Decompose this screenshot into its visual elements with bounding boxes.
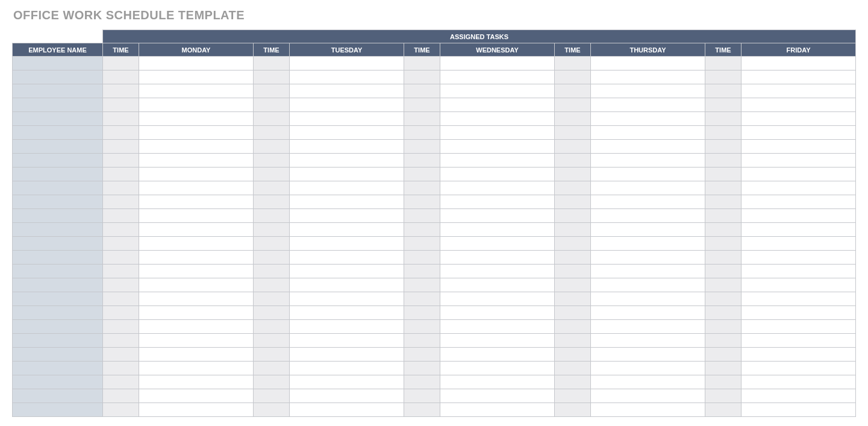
cell-time-mon[interactable] bbox=[103, 334, 139, 348]
cell-time-wed[interactable] bbox=[404, 403, 440, 417]
cell-day-fri[interactable] bbox=[742, 403, 856, 417]
cell-time-wed[interactable] bbox=[404, 389, 440, 403]
cell-day-mon[interactable] bbox=[139, 237, 254, 251]
cell-day-wed[interactable] bbox=[440, 70, 555, 84]
cell-employee[interactable] bbox=[13, 265, 103, 278]
cell-day-tue[interactable] bbox=[290, 140, 404, 154]
cell-time-tue[interactable] bbox=[254, 195, 290, 209]
cell-time-fri[interactable] bbox=[705, 84, 742, 98]
cell-employee[interactable] bbox=[13, 84, 103, 98]
cell-day-tue[interactable] bbox=[290, 251, 404, 265]
cell-time-thu[interactable] bbox=[555, 320, 591, 334]
cell-day-tue[interactable] bbox=[290, 126, 404, 140]
cell-day-mon[interactable] bbox=[139, 320, 254, 334]
cell-time-fri[interactable] bbox=[705, 237, 742, 251]
cell-day-thu[interactable] bbox=[591, 98, 705, 112]
cell-day-wed[interactable] bbox=[440, 168, 555, 181]
cell-day-mon[interactable] bbox=[139, 348, 254, 362]
cell-time-tue[interactable] bbox=[254, 223, 290, 237]
cell-day-tue[interactable] bbox=[290, 265, 404, 278]
cell-day-mon[interactable] bbox=[139, 209, 254, 223]
cell-time-mon[interactable] bbox=[103, 278, 139, 292]
cell-day-mon[interactable] bbox=[139, 375, 254, 389]
cell-day-tue[interactable] bbox=[290, 223, 404, 237]
cell-day-fri[interactable] bbox=[742, 237, 856, 251]
cell-time-mon[interactable] bbox=[103, 306, 139, 320]
cell-day-wed[interactable] bbox=[440, 209, 555, 223]
cell-day-tue[interactable] bbox=[290, 168, 404, 181]
cell-time-tue[interactable] bbox=[254, 112, 290, 126]
cell-day-thu[interactable] bbox=[591, 112, 705, 126]
cell-day-mon[interactable] bbox=[139, 403, 254, 417]
cell-time-thu[interactable] bbox=[555, 223, 591, 237]
cell-time-mon[interactable] bbox=[103, 265, 139, 278]
cell-time-tue[interactable] bbox=[254, 362, 290, 375]
cell-employee[interactable] bbox=[13, 403, 103, 417]
cell-day-tue[interactable] bbox=[290, 292, 404, 306]
cell-day-thu[interactable] bbox=[591, 348, 705, 362]
cell-employee[interactable] bbox=[13, 292, 103, 306]
cell-time-mon[interactable] bbox=[103, 389, 139, 403]
cell-time-mon[interactable] bbox=[103, 251, 139, 265]
cell-day-wed[interactable] bbox=[440, 126, 555, 140]
cell-day-fri[interactable] bbox=[742, 348, 856, 362]
cell-employee[interactable] bbox=[13, 320, 103, 334]
cell-day-wed[interactable] bbox=[440, 306, 555, 320]
cell-day-mon[interactable] bbox=[139, 278, 254, 292]
cell-time-mon[interactable] bbox=[103, 320, 139, 334]
cell-day-thu[interactable] bbox=[591, 237, 705, 251]
cell-time-thu[interactable] bbox=[555, 278, 591, 292]
cell-day-thu[interactable] bbox=[591, 375, 705, 389]
cell-time-mon[interactable] bbox=[103, 98, 139, 112]
cell-day-wed[interactable] bbox=[440, 348, 555, 362]
cell-time-mon[interactable] bbox=[103, 126, 139, 140]
cell-day-thu[interactable] bbox=[591, 140, 705, 154]
cell-day-mon[interactable] bbox=[139, 154, 254, 168]
cell-time-tue[interactable] bbox=[254, 251, 290, 265]
cell-time-tue[interactable] bbox=[254, 181, 290, 195]
cell-day-fri[interactable] bbox=[742, 334, 856, 348]
cell-time-fri[interactable] bbox=[705, 195, 742, 209]
cell-day-wed[interactable] bbox=[440, 237, 555, 251]
cell-day-wed[interactable] bbox=[440, 98, 555, 112]
cell-time-mon[interactable] bbox=[103, 375, 139, 389]
cell-time-mon[interactable] bbox=[103, 237, 139, 251]
cell-time-wed[interactable] bbox=[404, 168, 440, 181]
cell-day-mon[interactable] bbox=[139, 181, 254, 195]
cell-time-fri[interactable] bbox=[705, 320, 742, 334]
cell-time-fri[interactable] bbox=[705, 223, 742, 237]
cell-day-thu[interactable] bbox=[591, 362, 705, 375]
cell-time-thu[interactable] bbox=[555, 181, 591, 195]
cell-day-tue[interactable] bbox=[290, 362, 404, 375]
cell-time-tue[interactable] bbox=[254, 306, 290, 320]
cell-day-fri[interactable] bbox=[742, 265, 856, 278]
cell-time-wed[interactable] bbox=[404, 154, 440, 168]
cell-time-tue[interactable] bbox=[254, 140, 290, 154]
cell-employee[interactable] bbox=[13, 251, 103, 265]
cell-employee[interactable] bbox=[13, 334, 103, 348]
cell-time-thu[interactable] bbox=[555, 70, 591, 84]
cell-day-wed[interactable] bbox=[440, 154, 555, 168]
cell-day-mon[interactable] bbox=[139, 306, 254, 320]
cell-time-thu[interactable] bbox=[555, 126, 591, 140]
cell-day-wed[interactable] bbox=[440, 265, 555, 278]
cell-day-mon[interactable] bbox=[139, 84, 254, 98]
cell-time-mon[interactable] bbox=[103, 181, 139, 195]
cell-day-mon[interactable] bbox=[139, 292, 254, 306]
cell-day-fri[interactable] bbox=[742, 320, 856, 334]
cell-employee[interactable] bbox=[13, 140, 103, 154]
cell-day-tue[interactable] bbox=[290, 375, 404, 389]
cell-day-fri[interactable] bbox=[742, 98, 856, 112]
cell-day-wed[interactable] bbox=[440, 57, 555, 70]
cell-day-mon[interactable] bbox=[139, 223, 254, 237]
cell-time-fri[interactable] bbox=[705, 57, 742, 70]
cell-time-wed[interactable] bbox=[404, 112, 440, 126]
cell-day-wed[interactable] bbox=[440, 389, 555, 403]
cell-day-thu[interactable] bbox=[591, 181, 705, 195]
cell-employee[interactable] bbox=[13, 223, 103, 237]
cell-time-wed[interactable] bbox=[404, 195, 440, 209]
cell-employee[interactable] bbox=[13, 306, 103, 320]
cell-day-tue[interactable] bbox=[290, 57, 404, 70]
cell-day-tue[interactable] bbox=[290, 278, 404, 292]
cell-time-fri[interactable] bbox=[705, 251, 742, 265]
